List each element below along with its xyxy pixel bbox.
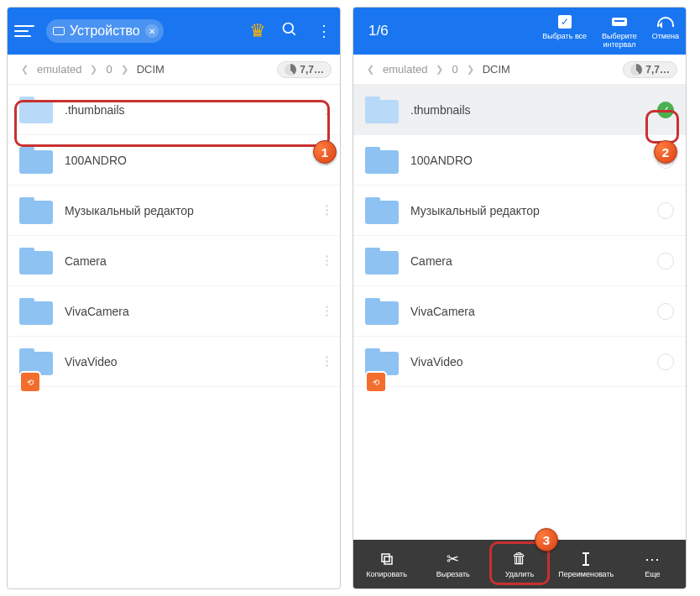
list-item[interactable]: Camera bbox=[8, 236, 340, 286]
folder-icon bbox=[365, 197, 399, 224]
item-menu-icon[interactable] bbox=[326, 356, 328, 367]
svg-rect-3 bbox=[382, 554, 389, 562]
list-item[interactable]: Музыкальный редактор bbox=[8, 186, 340, 236]
checkbox-checked-icon[interactable]: ✓ bbox=[657, 102, 674, 118]
item-menu-icon[interactable] bbox=[326, 104, 328, 115]
folder-icon bbox=[19, 97, 53, 123]
folder-name: Музыкальный редактор bbox=[410, 204, 645, 217]
list-item[interactable]: VivaCamera bbox=[353, 286, 686, 337]
selection-actions: ✓ Выбрать все Выберите интервал Отмена bbox=[542, 13, 679, 49]
crown-icon[interactable]: ♛ bbox=[249, 20, 266, 42]
folder-name: Camera bbox=[410, 254, 645, 268]
checkbox-icon: ✓ bbox=[558, 15, 572, 29]
copy-button[interactable]: Копировать bbox=[353, 540, 420, 588]
folder-name: VivaVideo bbox=[410, 355, 645, 369]
annotation-badge-1: 1 bbox=[313, 140, 337, 164]
chip-close-icon[interactable]: ✕ bbox=[145, 24, 159, 38]
topbar-selection: 1/6 ✓ Выбрать все Выберите интервал Отме… bbox=[353, 8, 686, 55]
list-item[interactable]: .thumbnails bbox=[8, 85, 340, 135]
folder-name: VivaVideo bbox=[65, 355, 314, 369]
pie-icon bbox=[285, 64, 296, 76]
select-interval-button[interactable]: Выберите интервал bbox=[602, 13, 637, 49]
folder-name: 100ANDRO bbox=[65, 154, 314, 167]
search-icon[interactable] bbox=[279, 21, 300, 42]
folder-list: .thumbnails 100ANDRO Музыкальный редакто… bbox=[8, 85, 340, 588]
folder-name: VivaCamera bbox=[65, 305, 314, 318]
interval-icon bbox=[611, 13, 628, 30]
folder-name: .thumbnails bbox=[65, 103, 314, 117]
chevron-icon: ❮ bbox=[21, 64, 29, 75]
selection-count: 1/6 bbox=[368, 23, 389, 39]
breadcrumb-item[interactable]: 0 bbox=[452, 63, 457, 76]
rename-button[interactable]: Переименовать bbox=[553, 540, 619, 588]
more-label: Еще bbox=[645, 570, 660, 578]
breadcrumb-item[interactable]: DCIM bbox=[137, 63, 165, 76]
svg-line-1 bbox=[292, 31, 295, 34]
cut-label: Вырезать bbox=[436, 570, 470, 578]
cancel-button[interactable]: Отмена bbox=[652, 13, 679, 49]
list-item[interactable]: VivaVideo ⟲ bbox=[8, 337, 340, 387]
trash-icon: 🗑 bbox=[512, 551, 527, 567]
cancel-label: Отмена bbox=[652, 32, 679, 40]
az-recorder-icon[interactable]: ⟲ bbox=[19, 371, 41, 393]
breadcrumb: ❮ emulated ❯ 0 ❯ DCIM 7,7… bbox=[353, 55, 686, 85]
checkbox-icon[interactable] bbox=[657, 253, 674, 269]
folder-name: Музыкальный редактор bbox=[65, 204, 314, 217]
item-menu-icon[interactable] bbox=[326, 255, 328, 266]
topbar: Устройство ✕ ♛ ⋮ bbox=[8, 8, 340, 55]
annotation-badge-2: 2 bbox=[654, 140, 677, 164]
breadcrumb-item[interactable]: emulated bbox=[37, 63, 81, 76]
screen-right: 1/6 ✓ Выбрать все Выберите интервал Отме… bbox=[353, 7, 687, 589]
cut-button[interactable]: ✂Вырезать bbox=[420, 540, 486, 588]
more-icon: ⋯ bbox=[645, 551, 660, 567]
breadcrumb-item[interactable]: emulated bbox=[383, 63, 427, 76]
checkbox-icon[interactable] bbox=[657, 303, 674, 320]
breadcrumb-item[interactable]: 0 bbox=[106, 63, 112, 76]
chevron-icon: ❯ bbox=[121, 64, 128, 75]
folder-list: .thumbnails✓ 100ANDRO Музыкальный редакт… bbox=[353, 85, 686, 540]
list-item[interactable]: 100ANDRO bbox=[8, 135, 340, 186]
bottom-toolbar: Копировать ✂Вырезать 🗑Удалить Переименов… bbox=[353, 540, 686, 588]
list-item[interactable]: VivaVideo ⟲ bbox=[353, 337, 686, 387]
chip-label: Устройство bbox=[70, 24, 140, 39]
item-menu-icon[interactable] bbox=[326, 306, 328, 316]
item-menu-icon[interactable] bbox=[326, 205, 328, 216]
interval-label: Выберите интервал bbox=[602, 32, 637, 49]
az-recorder-icon[interactable]: ⟲ bbox=[365, 371, 387, 393]
select-all-button[interactable]: ✓ Выбрать все bbox=[542, 13, 587, 49]
device-chip[interactable]: Устройство ✕ bbox=[46, 19, 164, 43]
copy-icon bbox=[379, 551, 394, 567]
breadcrumb-item[interactable]: DCIM bbox=[483, 63, 510, 76]
storage-indicator[interactable]: 7,7… bbox=[623, 61, 677, 78]
list-item[interactable]: Музыкальный редактор bbox=[353, 186, 686, 236]
list-item[interactable]: .thumbnails✓ bbox=[353, 85, 686, 135]
scissors-icon: ✂ bbox=[447, 551, 459, 567]
chevron-icon: ❯ bbox=[436, 64, 443, 75]
storage-indicator[interactable]: 7,7… bbox=[277, 61, 332, 78]
folder-icon bbox=[365, 298, 399, 325]
folder-icon bbox=[365, 147, 399, 174]
pie-icon bbox=[630, 64, 642, 76]
rename-label: Переименовать bbox=[558, 570, 614, 578]
more-button[interactable]: ⋯Еще bbox=[619, 540, 686, 588]
menu-icon[interactable] bbox=[14, 25, 34, 37]
overflow-icon[interactable]: ⋮ bbox=[313, 22, 333, 40]
storage-text: 7,7… bbox=[300, 64, 324, 76]
folder-name: .thumbnails bbox=[410, 103, 645, 117]
chevron-icon: ❮ bbox=[367, 64, 374, 75]
folder-icon bbox=[19, 147, 53, 174]
storage-text: 7,7… bbox=[645, 64, 670, 76]
checkbox-icon[interactable] bbox=[657, 202, 674, 219]
checkbox-icon[interactable] bbox=[657, 353, 674, 370]
chevron-icon: ❯ bbox=[467, 64, 474, 75]
folder-icon bbox=[365, 248, 399, 274]
list-item[interactable]: VivaCamera bbox=[8, 286, 340, 337]
annotation-badge-3: 3 bbox=[535, 528, 558, 552]
cursor-icon bbox=[579, 551, 593, 567]
svg-point-0 bbox=[284, 23, 294, 33]
list-item[interactable]: Camera bbox=[353, 236, 686, 286]
list-item[interactable]: 100ANDRO bbox=[353, 135, 686, 186]
delete-label: Удалить bbox=[505, 570, 534, 578]
undo-icon bbox=[657, 17, 674, 27]
folder-icon bbox=[19, 197, 53, 224]
